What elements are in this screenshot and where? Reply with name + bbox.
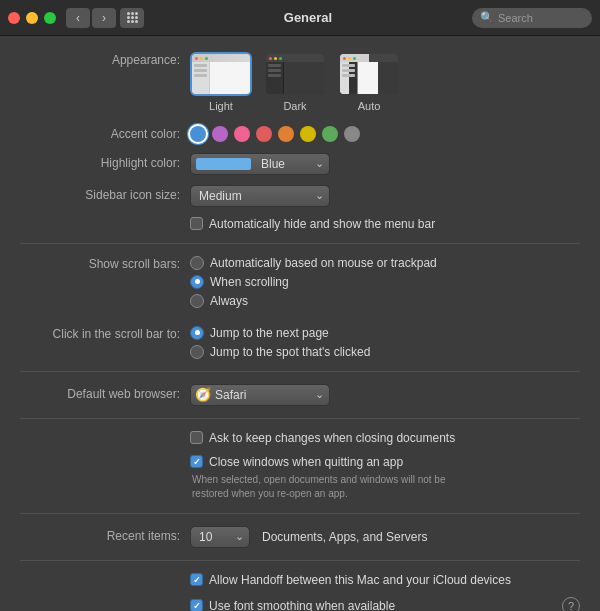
scroll-bars-control: Automatically based on mouse or trackpad… xyxy=(190,256,580,308)
appearance-control: Light xyxy=(190,52,580,112)
forward-button[interactable]: › xyxy=(92,8,116,28)
traffic-lights xyxy=(8,12,56,24)
accent-red[interactable] xyxy=(256,126,272,142)
scroll-bars-group: Automatically based on mouse or trackpad… xyxy=(190,256,437,308)
click-spot-radio[interactable] xyxy=(190,345,204,359)
handoff-checkbox[interactable] xyxy=(190,573,203,586)
accent-color-label: Accent color: xyxy=(20,126,190,143)
click-spot-row: Jump to the spot that's clicked xyxy=(190,345,370,359)
minimize-button[interactable] xyxy=(26,12,38,24)
nav-buttons: ‹ › xyxy=(66,8,116,28)
recent-items-row: Recent items: 5 10 15 20 25 30 None Docu… xyxy=(20,526,580,548)
help-button[interactable]: ? xyxy=(562,597,580,611)
scroll-scrolling-row: When scrolling xyxy=(190,275,437,289)
recent-items-stepper-wrapper: 5 10 15 20 25 30 None xyxy=(190,526,250,548)
recent-items-select[interactable]: 5 10 15 20 25 30 None xyxy=(190,526,250,548)
default-browser-select[interactable]: Safari Chrome Firefox xyxy=(190,384,330,406)
accent-pink[interactable] xyxy=(234,126,250,142)
accent-color-row: Accent color: xyxy=(20,126,580,143)
accent-yellow[interactable] xyxy=(300,126,316,142)
menu-bar-checkbox[interactable] xyxy=(190,217,203,230)
maximize-button[interactable] xyxy=(44,12,56,24)
menu-bar-control: Automatically hide and show the menu bar xyxy=(190,217,580,231)
browser-select-wrapper: 🧭 Safari Chrome Firefox xyxy=(190,384,330,406)
divider-3 xyxy=(20,418,580,419)
ask-changes-control: Ask to keep changes when closing documen… xyxy=(190,431,580,445)
default-browser-row: Default web browser: 🧭 Safari Chrome Fir… xyxy=(20,384,580,406)
scroll-scrolling-radio[interactable] xyxy=(190,275,204,289)
close-windows-note: When selected, open documents and window… xyxy=(192,473,472,501)
click-next-page-label: Jump to the next page xyxy=(210,326,329,340)
handoff-control: Allow Handoff between this Mac and your … xyxy=(190,573,580,587)
appearance-group: Light xyxy=(190,52,400,112)
default-browser-label: Default web browser: xyxy=(20,386,190,403)
appearance-light[interactable]: Light xyxy=(190,52,252,112)
scroll-auto-label: Automatically based on mouse or trackpad xyxy=(210,256,437,270)
appearance-dark[interactable]: Dark xyxy=(264,52,326,112)
window-title: General xyxy=(144,10,472,25)
recent-items-label: Recent items: xyxy=(20,528,190,545)
content-area: Appearance: xyxy=(0,36,600,611)
scroll-bars-row: Show scroll bars: Automatically based on… xyxy=(20,256,580,308)
click-next-page-row: Jump to the next page xyxy=(190,326,370,340)
close-windows-control: Close windows when quitting an app When … xyxy=(190,455,580,501)
scroll-auto-radio[interactable] xyxy=(190,256,204,270)
recent-items-suffix: Documents, Apps, and Servers xyxy=(262,530,427,544)
accent-purple[interactable] xyxy=(212,126,228,142)
handoff-label: Allow Handoff between this Mac and your … xyxy=(209,573,511,587)
highlight-color-control: Blue Gold Graphite Green Orange Pink Pur… xyxy=(190,153,580,175)
appearance-light-label: Light xyxy=(209,100,233,112)
close-windows-row: Close windows when quitting an app When … xyxy=(20,455,580,501)
click-scroll-label: Click in the scroll bar to: xyxy=(20,326,190,343)
click-scroll-group: Jump to the next page Jump to the spot t… xyxy=(190,326,370,359)
appearance-auto-label: Auto xyxy=(358,100,381,112)
font-smoothing-row: Use font smoothing when available ? xyxy=(20,597,580,611)
scroll-scrolling-label: When scrolling xyxy=(210,275,289,289)
grid-button[interactable] xyxy=(120,8,144,28)
click-scroll-control: Jump to the next page Jump to the spot t… xyxy=(190,326,580,359)
appearance-label: Appearance: xyxy=(20,52,190,69)
search-bar[interactable]: 🔍 Search xyxy=(472,8,592,28)
menu-bar-row: Automatically hide and show the menu bar xyxy=(20,217,580,231)
accent-orange[interactable] xyxy=(278,126,294,142)
sidebar-size-select-wrapper: Small Medium Large xyxy=(190,185,330,207)
search-icon: 🔍 xyxy=(480,11,494,24)
back-button[interactable]: ‹ xyxy=(66,8,90,28)
accent-color-control xyxy=(190,126,580,142)
default-browser-control: 🧭 Safari Chrome Firefox xyxy=(190,384,580,406)
click-next-page-radio[interactable] xyxy=(190,326,204,340)
sidebar-icon-size-label: Sidebar icon size: xyxy=(20,187,190,204)
appearance-thumb-auto xyxy=(338,52,400,96)
scroll-always-label: Always xyxy=(210,294,248,308)
appearance-thumb-light xyxy=(190,52,252,96)
accent-graphite[interactable] xyxy=(344,126,360,142)
click-spot-label: Jump to the spot that's clicked xyxy=(210,345,370,359)
highlight-color-select[interactable]: Blue Gold Graphite Green Orange Pink Pur… xyxy=(190,153,330,175)
divider-5 xyxy=(20,560,580,561)
accent-blue[interactable] xyxy=(190,126,206,142)
sidebar-icon-size-select[interactable]: Small Medium Large xyxy=(190,185,330,207)
scroll-always-row: Always xyxy=(190,294,437,308)
highlight-select-wrapper: Blue Gold Graphite Green Orange Pink Pur… xyxy=(190,153,330,175)
highlight-color-row: Highlight color: Blue Gold Graphite Gree… xyxy=(20,153,580,175)
appearance-row: Appearance: xyxy=(20,52,580,112)
scroll-always-radio[interactable] xyxy=(190,294,204,308)
font-smoothing-checkbox[interactable] xyxy=(190,599,203,611)
close-windows-label: Close windows when quitting an app xyxy=(209,455,403,469)
sidebar-icon-size-row: Sidebar icon size: Small Medium Large xyxy=(20,185,580,207)
appearance-auto[interactable]: Auto xyxy=(338,52,400,112)
divider-4 xyxy=(20,513,580,514)
close-windows-checkbox[interactable] xyxy=(190,455,203,468)
close-button[interactable] xyxy=(8,12,20,24)
ask-changes-row: Ask to keep changes when closing documen… xyxy=(20,431,580,445)
divider-2 xyxy=(20,371,580,372)
menu-bar-text: Automatically hide and show the menu bar xyxy=(209,217,435,231)
ask-changes-checkbox[interactable] xyxy=(190,431,203,444)
appearance-thumb-dark xyxy=(264,52,326,96)
accent-green[interactable] xyxy=(322,126,338,142)
handoff-row: Allow Handoff between this Mac and your … xyxy=(20,573,580,587)
accent-color-group xyxy=(190,126,360,142)
click-scroll-row: Click in the scroll bar to: Jump to the … xyxy=(20,326,580,359)
highlight-color-label: Highlight color: xyxy=(20,155,190,172)
sidebar-icon-size-control: Small Medium Large xyxy=(190,185,580,207)
